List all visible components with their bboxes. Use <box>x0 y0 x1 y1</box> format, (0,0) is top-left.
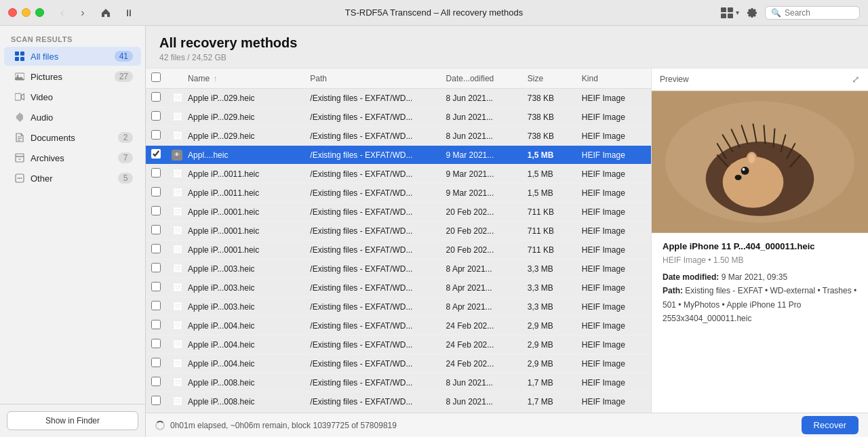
heif-icon: 🖼 <box>172 339 182 350</box>
row-checkbox[interactable] <box>151 225 161 234</box>
table-row[interactable]: 🖼Apple iP...029.heic/Existing files - EX… <box>146 89 651 108</box>
row-checkbox[interactable] <box>151 282 161 291</box>
table-row[interactable]: 🖼Apple iP...004.heic/Existing files - EX… <box>146 354 651 373</box>
sidebar-item-audio[interactable]: Audio <box>4 108 141 127</box>
table-row[interactable]: 🖼Apple iP...0001.heic/Existing files - E… <box>146 241 651 259</box>
row-checkbox[interactable] <box>151 339 161 348</box>
sidebar-footer: Show in Finder <box>0 404 145 437</box>
table-row[interactable]: 🖼Apple iP...008.heic/Existing files - EX… <box>146 373 651 392</box>
file-size: 1,5 MB <box>522 165 576 184</box>
row-checkbox[interactable] <box>151 377 161 386</box>
svg-point-19 <box>19 178 20 179</box>
maximize-button[interactable] <box>35 8 44 17</box>
file-path: /Existing files - EXFAT/WD... <box>304 146 440 165</box>
sidebar-item-other[interactable]: Other 5 <box>4 169 141 188</box>
file-name: Apple iP...029.heic <box>182 108 304 127</box>
row-checkbox[interactable] <box>151 244 161 253</box>
sidebar-label-video: Video <box>31 92 133 102</box>
table-row[interactable]: 🖼Apple iP...003.heic/Existing files - EX… <box>146 297 651 316</box>
heif-icon: 🖼 <box>172 283 182 293</box>
file-size: 738 KB <box>522 89 576 108</box>
sidebar-label-documents: Documents <box>31 133 113 143</box>
row-checkbox[interactable] <box>151 168 161 178</box>
file-name: Appl....heic <box>182 146 304 165</box>
table-row[interactable]: 🖼Apple iP...004.heic/Existing files - EX… <box>146 316 651 335</box>
recover-button[interactable]: Recover <box>802 416 859 434</box>
search-input[interactable] <box>785 8 854 18</box>
file-size: 1,7 MB <box>522 392 576 411</box>
eye-icon: 👁 <box>172 150 182 161</box>
table-row[interactable]: 🖼Apple iP...003.heic/Existing files - EX… <box>146 259 651 278</box>
table-row[interactable]: 🖼Apple iP...029.heic/Existing files - EX… <box>146 108 651 127</box>
sidebar-item-all-files[interactable]: All files 41 <box>4 47 141 66</box>
file-date: 24 Feb 202... <box>441 354 522 373</box>
col-header-path[interactable]: Path <box>304 68 440 89</box>
file-name: Apple iP...003.heic <box>182 297 304 316</box>
close-button[interactable] <box>8 8 17 17</box>
table-row[interactable]: 🖼Apple iP...008.heic/Existing files - EX… <box>146 392 651 411</box>
table-row[interactable]: 🖼Apple iP...0001.heic/Existing files - E… <box>146 203 651 222</box>
status-text: 0h01m elapsed, ~0h06m remain, block 1039… <box>155 421 397 430</box>
row-checkbox[interactable] <box>151 358 161 367</box>
main-subtitle: 42 files / 24,52 GB <box>159 53 854 62</box>
sidebar-item-archives[interactable]: Archives 7 <box>4 148 141 167</box>
row-checkbox[interactable] <box>151 149 161 159</box>
expand-preview-button[interactable]: ⤢ <box>852 74 860 85</box>
file-table: Name ↑ Path Date...odified Size Kind 🖼Ap… <box>146 68 651 411</box>
svg-rect-1 <box>728 7 733 12</box>
navigation-buttons: ‹ › <box>54 6 92 20</box>
row-checkbox[interactable] <box>151 187 161 196</box>
row-checkbox[interactable] <box>151 263 161 272</box>
col-header-name[interactable]: Name ↑ <box>182 68 304 89</box>
app-body: Scan results All files 41 Pictures 27 <box>0 26 868 437</box>
file-path: /Existing files - EXFAT/WD... <box>304 316 440 335</box>
spinner-icon <box>155 421 165 430</box>
row-checkbox[interactable] <box>151 320 161 329</box>
file-name: Apple iP...029.heic <box>182 127 304 146</box>
file-date: 8 Apr 2021... <box>441 278 522 297</box>
preview-image-container <box>652 91 868 233</box>
sidebar-item-video[interactable]: Video <box>4 87 141 106</box>
file-kind: HEIF Image <box>576 165 651 184</box>
show-finder-button[interactable]: Show in Finder <box>7 411 138 430</box>
preview-path-label: Path: Existing files - EXFAT • WD-extern… <box>663 286 856 323</box>
file-table-container[interactable]: Name ↑ Path Date...odified Size Kind 🖼Ap… <box>146 68 651 413</box>
col-header-kind[interactable]: Kind <box>576 68 651 89</box>
forward-button[interactable]: › <box>74 6 92 20</box>
preview-panel: Preview ⤢ <box>651 68 868 413</box>
row-checkbox[interactable] <box>151 130 161 140</box>
file-name: Apple iP...0001.heic <box>182 222 304 241</box>
file-kind: HEIF Image <box>576 184 651 203</box>
table-row[interactable]: 🖼Apple iP...0001.heic/Existing files - E… <box>146 222 651 241</box>
table-row[interactable]: 🖼Apple iP...004.heic/Existing files - EX… <box>146 335 651 354</box>
svg-point-20 <box>21 178 22 179</box>
table-row[interactable]: 👁 ↻ Appl....heic/Existing files - EXFAT/… <box>146 146 651 165</box>
col-header-size[interactable]: Size <box>522 68 576 89</box>
table-row[interactable]: 🖼Apple iP...0011.heic/Existing files - E… <box>146 165 651 184</box>
pause-button[interactable]: ⏸ <box>120 6 138 20</box>
row-checkbox[interactable] <box>151 301 161 310</box>
minimize-button[interactable] <box>22 8 31 17</box>
col-header-date[interactable]: Date...odified <box>441 68 522 89</box>
sidebar-item-pictures[interactable]: Pictures 27 <box>4 67 141 86</box>
table-row[interactable]: 🖼Apple iP...029.heic/Existing files - EX… <box>146 127 651 146</box>
settings-button[interactable] <box>746 5 758 20</box>
row-checkbox[interactable] <box>151 111 161 121</box>
row-checkbox[interactable] <box>151 396 161 405</box>
view-toggle-button[interactable]: ▾ <box>721 7 739 18</box>
table-row[interactable]: 🖼Apple iP...003.heic/Existing files - EX… <box>146 278 651 297</box>
other-icon <box>14 172 26 184</box>
svg-rect-10 <box>15 93 21 100</box>
document-icon <box>14 131 26 144</box>
file-kind: HEIF Image <box>576 335 651 354</box>
file-date: 8 Jun 2021... <box>441 373 522 392</box>
sidebar-item-documents[interactable]: Documents 2 <box>4 128 141 147</box>
back-button[interactable]: ‹ <box>54 6 71 20</box>
heif-icon: 🖼 <box>172 131 182 142</box>
home-button[interactable] <box>97 6 115 20</box>
search-box[interactable]: 🔍 <box>765 6 860 20</box>
row-checkbox[interactable] <box>151 92 161 102</box>
row-checkbox[interactable] <box>151 206 161 215</box>
table-row[interactable]: 🖼Apple iP...0011.heic/Existing files - E… <box>146 184 651 203</box>
select-all-checkbox[interactable] <box>151 72 161 82</box>
